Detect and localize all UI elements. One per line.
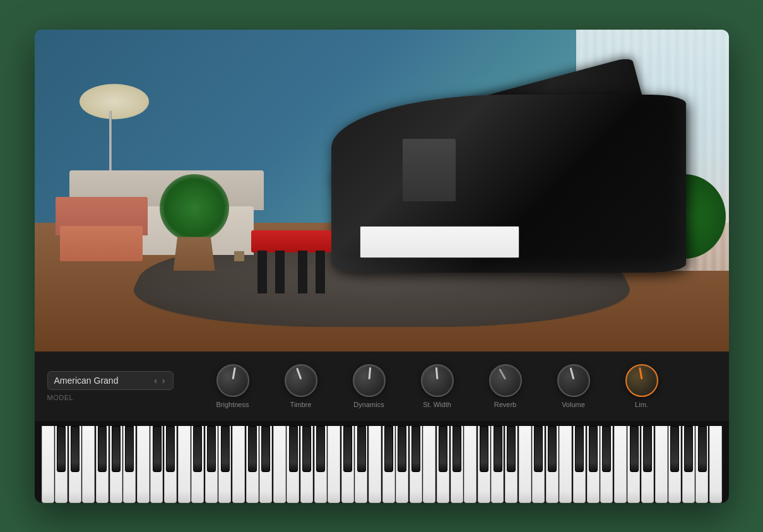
white-key[interactable] [423, 426, 435, 503]
white-key[interactable] [369, 426, 381, 503]
stool-leg-2 [316, 251, 325, 293]
brightness-knob[interactable] [216, 364, 249, 397]
knob-group-brightness: Brightness [199, 364, 267, 408]
white-key[interactable] [519, 426, 531, 503]
black-key[interactable] [439, 426, 447, 472]
black-key[interactable] [575, 426, 584, 472]
black-key[interactable] [643, 426, 652, 472]
model-name-label: American Grand [54, 375, 148, 386]
stool-leg-3 [275, 251, 285, 293]
model-prev-button[interactable]: ‹ [153, 375, 158, 386]
black-key[interactable] [507, 426, 516, 472]
black-key[interactable] [166, 426, 175, 472]
lamp-shade [80, 84, 149, 119]
black-key[interactable] [411, 426, 420, 472]
armchair [56, 197, 153, 261]
volume-label: Volume [562, 401, 585, 408]
black-key[interactable] [684, 426, 693, 472]
white-key[interactable] [614, 426, 627, 503]
knob-group-volume: Volume [540, 364, 608, 408]
black-key[interactable] [452, 426, 461, 472]
knob-group-dynamics: Dynamics [335, 364, 403, 408]
black-key[interactable] [602, 426, 611, 472]
knob-group-timbre: Timbre [267, 364, 335, 408]
white-key[interactable] [232, 426, 245, 503]
piano-body [331, 95, 685, 273]
black-key[interactable] [57, 426, 66, 472]
black-key[interactable] [494, 426, 502, 472]
knobs-section: Brightness Timbre Dynamics St. Width Rev… [199, 364, 716, 408]
white-key[interactable] [328, 426, 340, 503]
black-key[interactable] [98, 426, 107, 472]
plant-pot [174, 237, 215, 271]
stool-top [251, 230, 332, 252]
black-key[interactable] [384, 426, 393, 472]
stwidth-label: St. Width [423, 401, 451, 408]
white-key[interactable] [655, 426, 668, 503]
black-key[interactable] [153, 426, 162, 472]
piano-keyboard[interactable] [35, 426, 729, 503]
black-key[interactable] [548, 426, 557, 472]
reverb-label: Reverb [494, 401, 516, 408]
black-key[interactable] [343, 426, 352, 472]
piano-stool [251, 230, 332, 293]
stool-leg-1 [257, 251, 267, 293]
black-key[interactable] [670, 426, 679, 472]
black-key[interactable] [534, 426, 543, 472]
model-nav-buttons: ‹ › [153, 375, 166, 386]
white-key[interactable] [82, 426, 95, 503]
black-key[interactable] [302, 426, 311, 472]
black-key[interactable] [193, 426, 202, 472]
timbre-label: Timbre [290, 401, 312, 408]
stwidth-knob[interactable] [421, 364, 454, 397]
keys-container [41, 426, 723, 503]
black-key[interactable] [207, 426, 216, 472]
knob-group-stwidth: St. Width [403, 364, 471, 408]
sofa-leg-right [234, 251, 244, 261]
control-bar: American Grand ‹ › Model Brightness Timb… [35, 352, 729, 421]
brightness-label: Brightness [216, 401, 249, 408]
piano-scene [35, 30, 729, 352]
black-key[interactable] [589, 426, 598, 472]
dynamics-knob[interactable] [353, 364, 386, 397]
plant-left [160, 174, 229, 271]
white-key[interactable] [464, 426, 476, 503]
model-next-button[interactable]: › [161, 375, 167, 386]
black-key[interactable] [357, 426, 366, 472]
black-key[interactable] [698, 426, 707, 472]
black-key[interactable] [248, 426, 257, 472]
black-key[interactable] [71, 426, 80, 472]
white-key[interactable] [42, 426, 54, 503]
limiter-knob[interactable] [625, 364, 658, 397]
dynamics-label: Dynamics [353, 401, 384, 408]
grand-piano [292, 84, 694, 293]
model-section: American Grand ‹ › Model [47, 371, 199, 401]
knob-group-limiter: Lim. [608, 364, 676, 408]
chair-seat [60, 226, 143, 261]
model-selector[interactable]: American Grand ‹ › [47, 371, 174, 390]
black-key[interactable] [480, 426, 488, 472]
black-key[interactable] [221, 426, 230, 472]
reverb-knob[interactable] [489, 364, 522, 397]
black-key[interactable] [289, 426, 298, 472]
black-key[interactable] [112, 426, 121, 472]
white-key[interactable] [137, 426, 150, 503]
black-key[interactable] [398, 426, 406, 472]
limiter-label: Lim. [635, 401, 648, 408]
keyboard-section [35, 421, 729, 503]
white-key[interactable] [273, 426, 286, 503]
white-key[interactable] [709, 426, 722, 503]
black-key[interactable] [316, 426, 325, 472]
white-key[interactable] [559, 426, 572, 503]
stool-leg-4 [298, 251, 307, 293]
music-stand [403, 139, 456, 201]
model-field-label: Model [47, 394, 174, 401]
black-key[interactable] [125, 426, 134, 472]
piano-keys-display [360, 226, 519, 258]
app-container: American Grand ‹ › Model Brightness Timb… [35, 30, 729, 503]
black-key[interactable] [261, 426, 270, 472]
black-key[interactable] [630, 426, 639, 472]
timbre-knob[interactable] [285, 364, 317, 397]
white-key[interactable] [178, 426, 191, 503]
volume-knob[interactable] [557, 364, 590, 397]
